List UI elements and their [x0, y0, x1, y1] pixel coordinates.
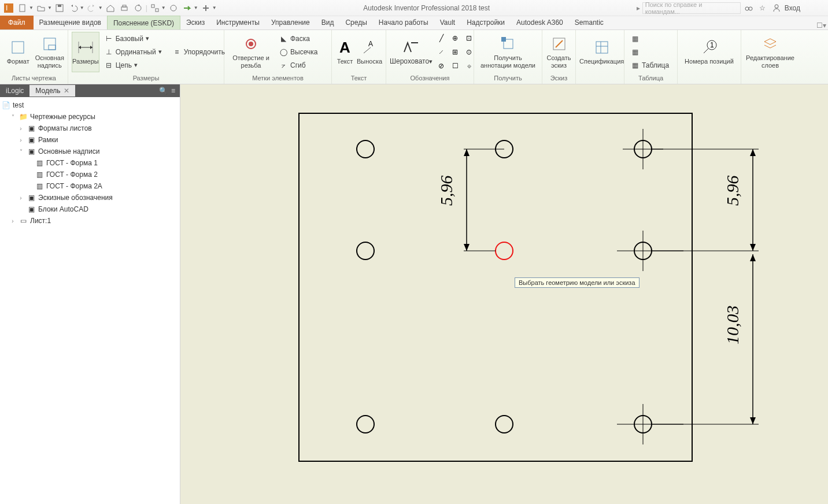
sym5-icon[interactable]: ⊞ [449, 46, 461, 58]
sym8-icon[interactable]: ☐ [449, 60, 461, 72]
search-input[interactable]: Поиск по справке и командам... [642, 2, 741, 14]
tree-formats[interactable]: ›▣Форматы листов [1, 123, 179, 134]
hint-tooltip: Выбрать геометрию модели или эскиза [515, 277, 640, 288]
group-table-label: Таблица [624, 73, 677, 84]
svg-point-12 [749, 7, 752, 10]
tab-view[interactable]: Вид [316, 16, 340, 29]
hole-thread-button[interactable]: Отверстие и резьба [228, 32, 274, 72]
layers-button[interactable]: Редактирование слоев [745, 32, 796, 72]
tab-addins[interactable]: Надстройки [461, 16, 511, 29]
tab-a360[interactable]: Autodesk A360 [511, 16, 569, 29]
tab-start[interactable]: Начало работы [373, 16, 434, 29]
balloon-button[interactable]: 1Номера позиций [681, 32, 737, 72]
return-icon[interactable] [181, 2, 194, 14]
table1-button[interactable]: ▦ [628, 32, 671, 45]
drawing-canvas[interactable]: 5,96 5,96 10,03 Выбрать геометрию модели… [180, 84, 828, 504]
arrange-button[interactable]: ≡Упорядочить [170, 46, 227, 58]
ribbon-tabs: Файл Размещение видов Пояснение (ESKD) Э… [0, 16, 828, 30]
spec-button[interactable]: Спецификация [579, 32, 624, 72]
tab-env[interactable]: Среды [339, 16, 372, 29]
refresh-icon[interactable] [132, 2, 145, 14]
tree-titleblocks[interactable]: ˅▣Основные надписи [1, 146, 179, 157]
user-icon[interactable] [771, 2, 782, 14]
tree-acad[interactable]: ▣Блоки AutoCAD [1, 203, 179, 215]
app-icon[interactable]: I [2, 2, 15, 14]
dim-label-2: 5,96 [723, 176, 742, 206]
table2-button[interactable]: ▦ [628, 46, 671, 58]
format-button[interactable]: Формат [3, 32, 33, 72]
panel-tab-model[interactable]: Модель✕ [29, 85, 75, 97]
browser-panel: iLogic Модель✕ 🔍≡ 📄test ˅📁Чертежные ресу… [0, 84, 180, 504]
tab-vault[interactable]: Vault [434, 16, 461, 29]
tree-sheet[interactable]: ›▭Лист:1 [1, 215, 179, 227]
tree-tb2[interactable]: ▥ГОСТ - Форма 2 [1, 169, 179, 180]
print-icon[interactable] [118, 2, 131, 14]
svg-text:1: 1 [710, 41, 714, 49]
chain-dim-button[interactable]: ⊟Цепь ▾ [102, 59, 164, 72]
text-button[interactable]: AТекст [335, 32, 354, 72]
tab-sketch[interactable]: Эскиз [180, 16, 210, 29]
svg-rect-6 [123, 5, 126, 7]
tab-eskd[interactable]: Пояснение (ESKD) [107, 16, 180, 29]
open-icon[interactable] [35, 2, 47, 14]
model-tree: 📄test ˅📁Чертежные ресурсы ›▣Форматы лист… [0, 97, 180, 229]
sym3-icon[interactable]: ⊡ [463, 32, 475, 45]
panel-tab-ilogic[interactable]: iLogic [0, 85, 29, 97]
create-sketch-button[interactable]: Создать эскиз [546, 32, 572, 72]
tab-manage[interactable]: Управление [265, 16, 316, 29]
bend-button[interactable]: ⦢Сгиб [276, 59, 320, 72]
sym7-icon[interactable]: ⊘ [435, 60, 448, 72]
svg-rect-15 [44, 38, 56, 50]
save-icon[interactable] [53, 2, 66, 14]
get-annotations-button[interactable]: Получить аннотации модели [478, 32, 538, 72]
material-icon[interactable] [167, 2, 180, 14]
table3-button[interactable]: ▦Таблица [628, 59, 671, 72]
tree-tb2a[interactable]: ▥ГОСТ - Форма 2А [1, 180, 179, 192]
help-icon[interactable]: ☐▾ [814, 21, 828, 29]
svg-point-21 [249, 42, 253, 46]
chamfer-button[interactable]: ◣Фаска [276, 32, 320, 45]
dim-label-1: 5,96 [437, 176, 456, 206]
home-icon[interactable] [104, 2, 117, 14]
search-icon[interactable]: 🔍 [159, 87, 168, 95]
svg-rect-26 [501, 37, 506, 42]
sym1-icon[interactable]: ╱ [435, 32, 448, 45]
binoculars-icon[interactable] [743, 2, 755, 14]
select-icon[interactable] [149, 2, 161, 14]
baseline-dim-button[interactable]: ⊢Базовый ▾ [102, 32, 164, 45]
tree-sketchsym[interactable]: ›▣Эскизные обозначения [1, 192, 179, 203]
tree-root[interactable]: 📄test [1, 99, 179, 111]
sym9-icon[interactable]: ⟐ [463, 60, 475, 72]
tree-resources[interactable]: ˅📁Чертежные ресурсы [1, 111, 179, 123]
sym6-icon[interactable]: ⊙ [463, 46, 475, 58]
undo-icon[interactable] [67, 2, 80, 14]
sym4-icon[interactable]: ⟋ [435, 46, 448, 58]
tab-semantic[interactable]: Semantic [569, 16, 609, 29]
tree-tb1[interactable]: ▥ГОСТ - Форма 1 [1, 157, 179, 169]
dimension-button[interactable]: Размеры [72, 32, 99, 72]
star-icon[interactable]: ☆ [757, 2, 768, 14]
new-icon[interactable] [16, 2, 29, 14]
sym2-icon[interactable]: ⊕ [449, 32, 461, 45]
group-sheets-label: Листы чертежа [0, 73, 68, 84]
redo-icon[interactable] [86, 2, 98, 14]
titleblock-button[interactable]: Основная надпись [35, 32, 65, 72]
group-marks-label: Метки элементов [224, 73, 331, 84]
svg-rect-4 [58, 5, 61, 7]
expand-icon[interactable]: ▸ [637, 4, 640, 12]
tree-frames[interactable]: ›▣Рамки [1, 134, 179, 146]
signin-link[interactable]: Вход [785, 4, 800, 12]
ordinate-dim-button[interactable]: ⊥Ординатный ▾ [102, 46, 164, 58]
leader-button[interactable]: AВыноска [357, 32, 382, 72]
tab-tools[interactable]: Инструменты [210, 16, 265, 29]
svg-point-40 [357, 242, 374, 260]
svg-rect-14 [12, 42, 24, 53]
svg-point-45 [357, 416, 374, 433]
cutout-button[interactable]: ◯Высечка [276, 46, 320, 58]
file-tab[interactable]: Файл [0, 16, 34, 29]
tab-views[interactable]: Размещение видов [34, 16, 107, 29]
plus-icon[interactable] [199, 2, 212, 14]
roughness-button[interactable]: Шероховато▾ [390, 32, 433, 72]
menu-icon[interactable]: ≡ [171, 87, 175, 95]
close-icon[interactable]: ✕ [64, 87, 69, 95]
